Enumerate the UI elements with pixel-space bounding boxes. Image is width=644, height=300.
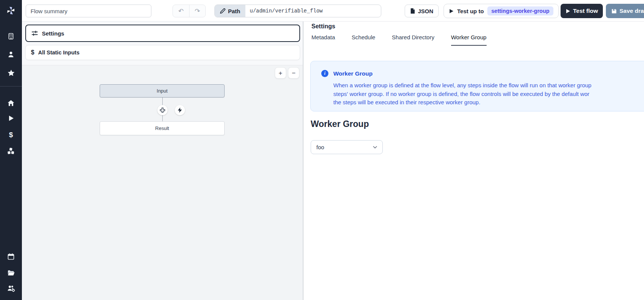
info-line: steps' worker group. If no worker group … [333, 90, 644, 99]
worker-group-select[interactable]: foo [311, 140, 383, 154]
windmill-logo-icon [5, 5, 17, 17]
play-icon [565, 9, 570, 14]
sidebar-item-runs[interactable] [0, 113, 22, 124]
pencil-icon [220, 8, 225, 14]
sidebar-item-user[interactable] [0, 49, 22, 60]
user-icon [7, 51, 15, 58]
edit-path-button[interactable]: Path [215, 5, 245, 17]
info-line: When a worker group is defined at the fl… [333, 81, 644, 90]
calendar-icon [7, 253, 15, 260]
settings-panel-title: Settings [311, 23, 335, 30]
save-draft-label: Save draft [619, 8, 644, 14]
sidebar-item-resources[interactable] [0, 145, 22, 157]
test-up-to-step-badge[interactable]: settings-worker-group [487, 6, 554, 15]
json-button[interactable]: JSON [405, 5, 439, 17]
path-label: Path [228, 8, 240, 14]
add-step-button[interactable] [157, 105, 168, 115]
worker-group-info-box: i Worker Group When a worker group is de… [310, 61, 644, 111]
info-icon: i [321, 70, 328, 77]
sliders-icon [31, 30, 38, 37]
test-flow-label: Test flow [573, 8, 598, 14]
zoom-in-button[interactable]: + [275, 67, 286, 79]
path-value[interactable]: u/admin/verifiable_flow [245, 5, 381, 17]
sidebar-item-groups[interactable] [0, 283, 22, 294]
dollar-icon: $ [31, 49, 34, 56]
test-up-to-button[interactable]: Test up to settings-worker-group [444, 4, 559, 18]
tab-shared-directory[interactable]: Shared Directory [392, 34, 434, 46]
home-icon [7, 99, 15, 107]
sidebar-item-schedules[interactable] [0, 251, 22, 262]
settings-panel: Settings Metadata Schedule Shared Direct… [303, 22, 644, 300]
flow-graph-panel: Settings $ All Static Inputs + − Input R… [22, 22, 303, 300]
input-node[interactable]: Input [100, 84, 225, 97]
left-sidebar: $ [0, 0, 22, 300]
tab-schedule[interactable]: Schedule [352, 34, 376, 46]
zoom-out-button[interactable]: − [288, 67, 299, 79]
test-flow-button[interactable]: Test flow [561, 4, 603, 18]
building-icon [7, 32, 15, 40]
star-icon [7, 69, 15, 77]
save-draft-button[interactable]: Save draft [606, 4, 644, 18]
cubes-icon [7, 147, 15, 155]
info-line: the steps will be executed in their resp… [333, 98, 644, 107]
all-static-inputs-module[interactable]: $ All Static Inputs [25, 45, 300, 60]
lightning-icon [177, 107, 182, 113]
top-toolbar: ↶ ↷ Path u/admin/verifiable_flow JSON Te… [22, 0, 644, 22]
worker-group-section-title: Worker Group [311, 119, 369, 129]
sidebar-item-folders[interactable] [0, 267, 22, 278]
result-node-label: Result [155, 125, 169, 131]
undo-button[interactable]: ↶ [173, 5, 189, 17]
redo-button[interactable]: ↷ [189, 5, 206, 17]
all-static-inputs-label: All Static Inputs [38, 49, 80, 56]
play-icon [8, 115, 14, 122]
flow-summary-input[interactable] [26, 5, 151, 17]
path-group: Path u/admin/verifiable_flow [214, 5, 381, 17]
plus-cross-icon [160, 107, 165, 113]
sidebar-item-workspace[interactable] [0, 31, 22, 42]
tab-worker-group[interactable]: Worker Group [451, 34, 487, 46]
chevron-down-icon [372, 144, 378, 150]
dollar-icon: $ [9, 131, 13, 139]
result-node[interactable]: Result [100, 121, 225, 135]
info-title: Worker Group [333, 70, 373, 77]
file-json-icon [410, 8, 415, 14]
test-up-to-label: Test up to [457, 8, 484, 14]
flow-settings-label: Settings [42, 30, 64, 37]
play-icon [449, 9, 454, 14]
save-icon [611, 8, 617, 14]
trigger-step-button[interactable] [175, 105, 185, 115]
input-node-label: Input [157, 88, 168, 94]
info-body: When a worker group is defined at the fl… [333, 81, 644, 107]
undo-redo-group: ↶ ↷ [173, 5, 206, 17]
sidebar-divider [0, 86, 22, 87]
json-label: JSON [418, 8, 433, 14]
sidebar-item-home[interactable] [0, 97, 22, 109]
flow-settings-module[interactable]: Settings [25, 25, 300, 42]
undo-icon: ↶ [178, 8, 183, 15]
sidebar-item-favorites[interactable] [0, 67, 22, 79]
settings-tabs: Metadata Schedule Shared Directory Worke… [311, 34, 487, 46]
folder-icon [7, 269, 15, 276]
user-group-gear-icon [7, 285, 15, 292]
tab-metadata[interactable]: Metadata [311, 34, 335, 46]
worker-group-selected-value: foo [316, 144, 324, 150]
sidebar-item-variables[interactable]: $ [0, 129, 22, 141]
windmill-logo[interactable] [0, 0, 22, 22]
redo-icon: ↷ [195, 8, 200, 15]
